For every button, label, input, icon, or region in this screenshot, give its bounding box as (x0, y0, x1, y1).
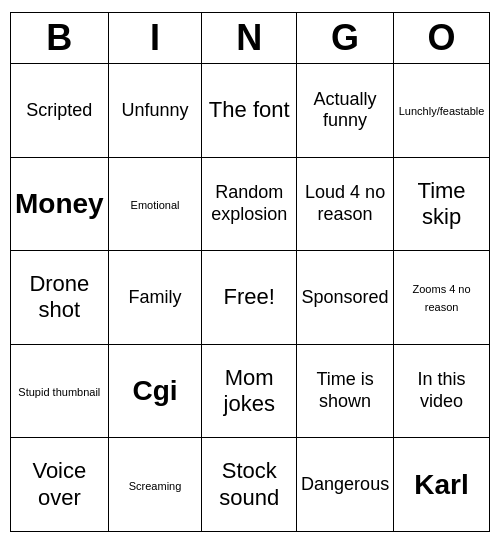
bingo-cell[interactable]: Zooms 4 no reason (394, 251, 490, 345)
bingo-cell[interactable]: Stupid thumbnail (11, 344, 109, 438)
bingo-letter: B (11, 13, 109, 64)
bingo-cell[interactable]: Drone shot (11, 251, 109, 345)
cell-label: Lunchly/feastable (399, 105, 485, 117)
cell-label: In this video (418, 369, 466, 411)
bingo-letter: I (108, 13, 202, 64)
bingo-cell[interactable]: Loud 4 no reason (297, 157, 394, 251)
bingo-cell[interactable]: Actually funny (297, 64, 394, 158)
bingo-cell[interactable]: Scripted (11, 64, 109, 158)
cell-label: Family (129, 287, 182, 307)
cell-label: Unfunny (122, 100, 189, 120)
bingo-letter: N (202, 13, 297, 64)
cell-label: Random explosion (211, 182, 287, 224)
bingo-letter: O (394, 13, 490, 64)
bingo-cell[interactable]: The font (202, 64, 297, 158)
cell-label: Sponsored (302, 287, 389, 307)
bingo-cell[interactable]: Cgi (108, 344, 202, 438)
cell-label: Loud 4 no reason (305, 182, 385, 224)
bingo-cell[interactable]: Time is shown (297, 344, 394, 438)
bingo-row: Stupid thumbnailCgiMom jokesTime is show… (11, 344, 490, 438)
bingo-cell[interactable]: In this video (394, 344, 490, 438)
bingo-cell[interactable]: Lunchly/feastable (394, 64, 490, 158)
bingo-cell[interactable]: Sponsored (297, 251, 394, 345)
bingo-cell[interactable]: Voice over (11, 438, 109, 532)
bingo-cell[interactable]: Screaming (108, 438, 202, 532)
bingo-cell[interactable]: Random explosion (202, 157, 297, 251)
bingo-row: MoneyEmotionalRandom explosionLoud 4 no … (11, 157, 490, 251)
bingo-cell[interactable]: Emotional (108, 157, 202, 251)
bingo-card: BINGO ScriptedUnfunnyThe fontActually fu… (10, 12, 490, 532)
cell-label: Mom jokes (224, 365, 275, 416)
bingo-cell[interactable]: Free! (202, 251, 297, 345)
cell-label: Time is shown (316, 369, 373, 411)
bingo-cell[interactable]: Unfunny (108, 64, 202, 158)
cell-label: Actually funny (314, 89, 377, 131)
bingo-cell[interactable]: Money (11, 157, 109, 251)
cell-label: Cgi (132, 375, 177, 406)
bingo-cell[interactable]: Stock sound (202, 438, 297, 532)
cell-label: Zooms 4 no reason (413, 283, 471, 313)
cell-label: Screaming (129, 480, 182, 492)
bingo-cell[interactable]: Time skip (394, 157, 490, 251)
bingo-cell[interactable]: Family (108, 251, 202, 345)
bingo-row: Voice overScreamingStock soundDangerousK… (11, 438, 490, 532)
bingo-letter: G (297, 13, 394, 64)
cell-label: Drone shot (29, 271, 89, 322)
bingo-cell[interactable]: Mom jokes (202, 344, 297, 438)
cell-label: Stupid thumbnail (18, 386, 100, 398)
cell-label: Free! (224, 284, 275, 309)
bingo-row: Drone shotFamilyFree!SponsoredZooms 4 no… (11, 251, 490, 345)
cell-label: Time skip (418, 178, 466, 229)
cell-label: The font (209, 97, 290, 122)
bingo-row: ScriptedUnfunnyThe fontActually funnyLun… (11, 64, 490, 158)
cell-label: Money (15, 188, 104, 219)
bingo-cell[interactable]: Karl (394, 438, 490, 532)
cell-label: Stock sound (219, 458, 279, 509)
cell-label: Voice over (32, 458, 86, 509)
cell-label: Scripted (26, 100, 92, 120)
cell-label: Emotional (131, 199, 180, 211)
cell-label: Karl (414, 469, 468, 500)
bingo-header: BINGO (11, 13, 490, 64)
bingo-cell[interactable]: Dangerous (297, 438, 394, 532)
cell-label: Dangerous (301, 474, 389, 494)
